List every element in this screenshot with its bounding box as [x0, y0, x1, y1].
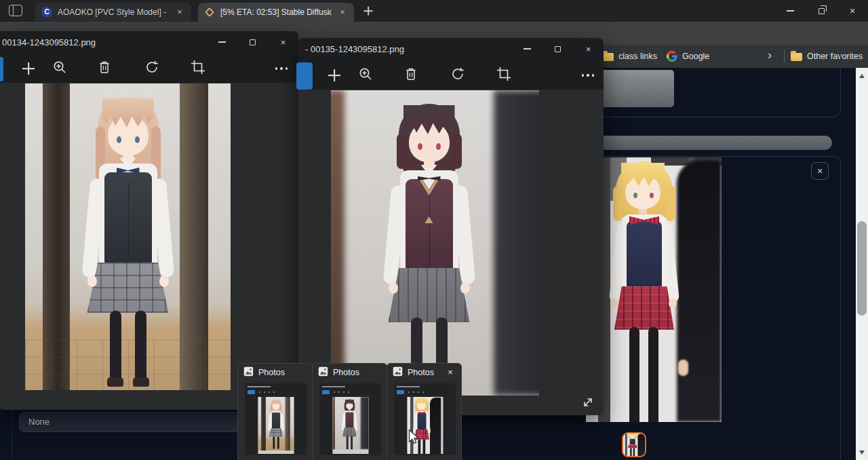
- mini-toolbar-icons: [408, 391, 424, 393]
- scrollbar-thumb[interactable]: [857, 221, 867, 315]
- close-button[interactable]: ×: [837, 0, 868, 22]
- more-button[interactable]: [579, 66, 597, 84]
- minimize-button[interactable]: [774, 0, 806, 22]
- art-leg: [629, 327, 639, 422]
- zoom-button[interactable]: [51, 60, 68, 77]
- rotate-button[interactable]: [449, 66, 467, 84]
- art-leg: [633, 448, 635, 456]
- tab-stable-diffusion[interactable]: [5% ETA: 02:53] Stable Diffusion ×: [198, 3, 354, 22]
- art-vest: [104, 172, 152, 265]
- tab-civitai[interactable]: C AOAOKO [PVC Style Model] - PV ×: [35, 3, 191, 22]
- trash-icon: [98, 60, 111, 77]
- generated-image-preview[interactable]: [586, 157, 722, 422]
- art-vest: [627, 221, 662, 288]
- more-button[interactable]: [273, 60, 290, 77]
- preview-thumbnail[interactable]: [245, 383, 307, 455]
- crop-button[interactable]: [495, 66, 513, 84]
- mini-photo: [332, 397, 368, 454]
- more-icon: [582, 74, 595, 77]
- delete-button[interactable]: [402, 66, 420, 84]
- photos-app-icon: [318, 366, 328, 379]
- tab-close-icon[interactable]: ×: [337, 7, 348, 18]
- plus-icon: [22, 62, 35, 75]
- art-hair: [397, 134, 406, 169]
- rotate-button[interactable]: [143, 60, 161, 77]
- art-leg: [277, 437, 279, 449]
- restore-button[interactable]: [806, 0, 837, 22]
- page-scrollbar[interactable]: [856, 68, 868, 460]
- mini-title-bar: [322, 386, 345, 387]
- tab-close-icon[interactable]: ×: [174, 7, 185, 18]
- close-button[interactable]: ×: [268, 31, 298, 53]
- art-leg: [110, 311, 121, 380]
- preview-header: Photos ×: [387, 364, 461, 381]
- art-girl: [590, 157, 698, 422]
- art-blur-edge: [332, 397, 334, 449]
- new-tab-icon[interactable]: [362, 5, 374, 17]
- close-image-button[interactable]: ×: [811, 162, 829, 180]
- maximize-button[interactable]: [542, 38, 573, 60]
- preview-thumbnail[interactable]: [394, 383, 456, 455]
- photos-canvas: [0, 83, 298, 410]
- preview-close-icon[interactable]: ×: [445, 367, 456, 378]
- gradio-icon: [205, 7, 214, 17]
- zoom-in-icon: [357, 66, 374, 85]
- art-vest: [271, 413, 279, 429]
- minimize-icon: [787, 10, 794, 12]
- add-button[interactable]: [326, 66, 343, 84]
- artwork-dark-hair-girl-mini: [332, 397, 368, 449]
- art-leg: [346, 436, 348, 450]
- mouse-cursor: [408, 429, 420, 449]
- zoom-in-icon: [52, 59, 68, 78]
- close-button[interactable]: ×: [573, 38, 604, 60]
- taskbar-preview-photos-3[interactable]: Photos ×: [387, 363, 462, 460]
- generation-button-partial[interactable]: [601, 70, 674, 107]
- art-blur-figure: [494, 90, 539, 396]
- plus-icon: [328, 69, 341, 82]
- art-leg: [422, 440, 425, 455]
- preview-thumbnail[interactable]: [319, 383, 381, 455]
- art-eye: [436, 143, 441, 150]
- art-hand: [610, 299, 618, 308]
- add-button[interactable]: [20, 60, 37, 77]
- taskbar-preview-flyouts: Photos: [237, 363, 462, 460]
- art-vest: [345, 413, 353, 428]
- art-girl: [624, 434, 642, 456]
- gallery-thumbnail-selected[interactable]: [622, 432, 646, 457]
- photos-title-bar[interactable]: - 00135-1243095812.png ×: [298, 38, 604, 60]
- preview-app-label: Photos: [258, 368, 307, 377]
- taskbar-preview-photos-1[interactable]: Photos: [237, 363, 313, 460]
- minimize-button[interactable]: [512, 38, 542, 60]
- art-leg: [273, 437, 275, 449]
- art-eye: [117, 136, 121, 143]
- scroll-up-icon[interactable]: [859, 74, 865, 78]
- art-vest: [630, 439, 635, 444]
- art-blur-figure: [360, 397, 368, 449]
- maximize-button[interactable]: [237, 31, 268, 53]
- taskbar-preview-photos-2[interactable]: Photos: [312, 363, 387, 460]
- see-all-photos-button-partial[interactable]: [0, 57, 3, 81]
- photos-toolbar: [298, 60, 604, 90]
- mini-see-all-photos-button: [248, 390, 255, 394]
- fit-to-window-button[interactable]: [580, 395, 597, 411]
- art-hair: [666, 186, 675, 221]
- photos-app-icon: [393, 366, 403, 379]
- tab-actions-icon[interactable]: [9, 5, 22, 16]
- minimize-button[interactable]: [207, 31, 237, 53]
- photo-00134-image[interactable]: [25, 83, 231, 390]
- script-dropdown-value: None: [28, 417, 50, 427]
- delete-button[interactable]: [96, 60, 113, 77]
- photos-window-1: 00134-1243095812.png ×: [0, 31, 298, 410]
- scroll-down-icon[interactable]: [859, 451, 865, 455]
- crop-button[interactable]: [189, 60, 207, 77]
- art-leg: [648, 327, 658, 422]
- photos-app-icon: [243, 366, 254, 379]
- see-all-photos-button-partial[interactable]: [296, 62, 313, 90]
- rotate-icon: [144, 59, 160, 78]
- photo-00135-image[interactable]: [331, 90, 539, 396]
- photos-title-bar[interactable]: 00134-1243095812.png ×: [0, 31, 298, 53]
- art-hand: [389, 282, 398, 294]
- zoom-button[interactable]: [357, 66, 374, 84]
- minimize-icon: [524, 48, 531, 50]
- maximize-icon: [555, 46, 561, 52]
